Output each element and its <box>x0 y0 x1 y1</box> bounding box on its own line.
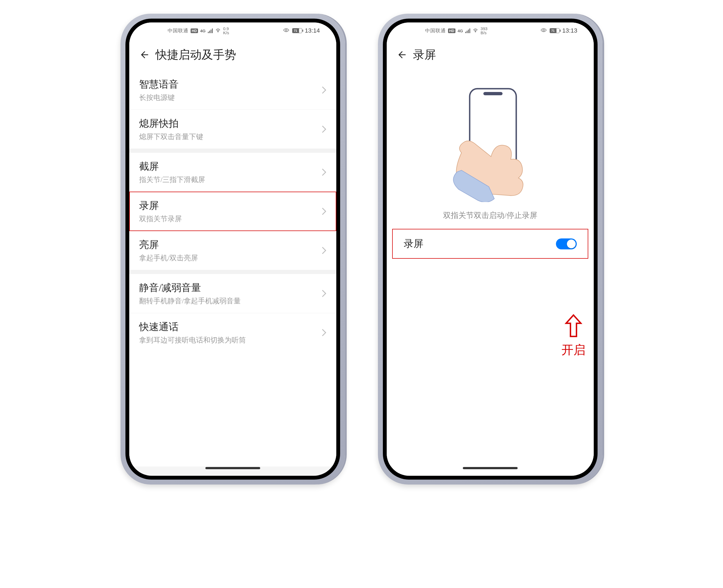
eye-protection-icon <box>283 27 289 35</box>
phone-mockup-left: 中国联通 HD 4G 0.9 K/s <box>121 14 345 485</box>
clock: 13:14 <box>305 27 320 34</box>
chevron-right-icon <box>322 207 327 215</box>
page-header: 快捷启动及手势 <box>129 39 336 71</box>
back-arrow-icon[interactable] <box>396 50 407 60</box>
network-4g: 4G <box>200 28 206 33</box>
chevron-right-icon <box>322 246 327 255</box>
svg-point-3 <box>543 29 544 31</box>
item-title: 录屏 <box>139 199 182 212</box>
list-item-mute[interactable]: 静音/减弱音量 翻转手机静音/拿起手机减弱音量 <box>129 274 336 313</box>
gesture-nav-bar[interactable] <box>129 466 336 470</box>
item-title: 熄屏快拍 <box>139 117 203 130</box>
screen-record-toggle-row: 录屏 <box>392 229 588 259</box>
carrier-label: 中国联通 <box>425 27 446 34</box>
status-bar: 中国联通 HD 4G 0.9 K/s <box>129 22 336 39</box>
item-title: 亮屏 <box>139 238 198 252</box>
screen-record-switch[interactable] <box>556 238 577 249</box>
up-arrow-icon <box>564 313 583 339</box>
gesture-nav-bar[interactable] <box>387 466 594 470</box>
chevron-right-icon <box>322 86 327 94</box>
page-header: 录屏 <box>387 39 594 71</box>
net-speed: 393 B/s <box>481 26 488 35</box>
settings-list: 智慧语音 长按电源键 熄屏快拍 熄屏下双击音量下键 截屏 <box>129 71 336 352</box>
item-subtitle: 长按电源键 <box>139 93 179 102</box>
item-title: 静音/减弱音量 <box>139 281 241 295</box>
battery-icon: 71 <box>550 28 559 33</box>
chevron-right-icon <box>322 289 327 298</box>
wifi-icon <box>472 27 478 35</box>
item-title: 智慧语音 <box>139 78 179 91</box>
item-subtitle: 熄屏下双击音量下键 <box>139 132 203 142</box>
item-subtitle: 拿起手机/双击亮屏 <box>139 253 198 263</box>
page-title: 录屏 <box>413 47 436 62</box>
clock: 13:13 <box>562 27 577 34</box>
eye-protection-icon <box>540 27 547 35</box>
phone-mockup-right: 中国联通 HD 4G 393 B/s <box>378 14 602 485</box>
annotation-text: 开启 <box>561 342 585 358</box>
svg-point-0 <box>218 31 218 32</box>
list-item-screenshot[interactable]: 截屏 指关节/三指下滑截屏 <box>129 153 336 192</box>
signal-icon <box>208 28 213 33</box>
svg-rect-5 <box>483 92 502 95</box>
item-title: 快速通话 <box>139 320 246 334</box>
svg-point-1 <box>285 29 287 31</box>
hd-badge: HD <box>448 28 455 33</box>
item-subtitle: 指关节/三指下滑截屏 <box>139 175 205 185</box>
back-arrow-icon[interactable] <box>139 50 149 60</box>
battery-icon: 71 <box>292 28 302 33</box>
list-item-quick-call[interactable]: 快速通话 拿到耳边可接听电话和切换为听筒 <box>129 313 336 352</box>
toggle-label: 录屏 <box>404 237 424 250</box>
list-item-smart-voice[interactable]: 智慧语音 长按电源键 <box>129 71 336 110</box>
svg-point-2 <box>475 31 476 32</box>
carrier-label: 中国联通 <box>168 27 188 34</box>
chevron-right-icon <box>322 329 327 337</box>
signal-icon <box>465 28 470 33</box>
gesture-caption: 双指关节双击启动/停止录屏 <box>387 210 594 229</box>
net-speed: 0.9 K/s <box>223 26 229 35</box>
chevron-right-icon <box>322 168 327 176</box>
item-subtitle: 双指关节录屏 <box>139 214 182 224</box>
page-title: 快捷启动及手势 <box>156 47 236 62</box>
item-subtitle: 拿到耳边可接听电话和切换为听筒 <box>139 335 246 345</box>
list-item-screen-record[interactable]: 录屏 双指关节录屏 <box>129 192 336 231</box>
annotation-enable: 开启 <box>561 313 585 358</box>
item-subtitle: 翻转手机静音/拿起手机减弱音量 <box>139 296 241 306</box>
gesture-illustration <box>387 71 594 210</box>
list-item-wake-screen[interactable]: 亮屏 拿起手机/双击亮屏 <box>129 231 336 270</box>
chevron-right-icon <box>322 125 327 133</box>
wifi-icon <box>215 27 221 35</box>
network-4g: 4G <box>458 28 463 33</box>
item-title: 截屏 <box>139 160 205 173</box>
hd-badge: HD <box>191 28 198 33</box>
status-bar: 中国联通 HD 4G 393 B/s <box>387 22 594 39</box>
list-item-screen-off-shot[interactable]: 熄屏快拍 熄屏下双击音量下键 <box>129 110 336 149</box>
